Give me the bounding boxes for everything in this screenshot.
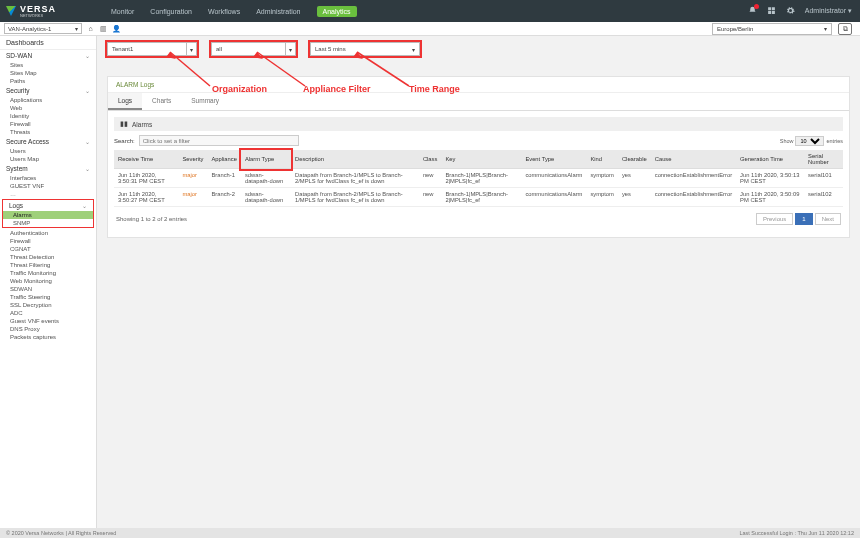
- anno-label-time: Time Range: [409, 84, 460, 94]
- sidebar-log-item[interactable]: ADC: [0, 309, 96, 317]
- table-cell: major: [178, 188, 207, 207]
- page-current[interactable]: 1: [795, 213, 812, 225]
- sidebar-log-item[interactable]: Authentication: [0, 229, 96, 237]
- export-icon[interactable]: ⧉: [838, 23, 852, 35]
- anno-arrow-app: [227, 52, 312, 92]
- grid-icon[interactable]: [767, 6, 776, 16]
- topnav-configuration[interactable]: Configuration: [150, 8, 192, 15]
- page-prev[interactable]: Previous: [756, 213, 793, 225]
- footer-login: Last Successful Login : Thu Jun 11 2020 …: [739, 530, 854, 536]
- sidebar-log-item[interactable]: CGNAT: [0, 245, 96, 253]
- col-header[interactable]: Generation Time: [736, 150, 804, 169]
- table-row[interactable]: Jun 11th 2020, 3:50:31 PM CESTmajorBranc…: [114, 169, 843, 188]
- brand-logo: VERSA NETWORKS: [0, 4, 97, 18]
- page-next[interactable]: Next: [815, 213, 841, 225]
- table-cell: sdwan-datapath-down: [241, 188, 291, 207]
- topnav-administration[interactable]: Administration: [256, 8, 300, 15]
- settings-icon[interactable]: [786, 6, 795, 16]
- notifications-icon[interactable]: [748, 6, 757, 16]
- svg-line-2: [257, 52, 305, 86]
- sidebar-group[interactable]: SD-WAN⌄: [0, 50, 96, 61]
- col-header[interactable]: Class: [419, 150, 442, 169]
- table-cell: Jun 11th 2020, 3:50:31 PM CEST: [114, 169, 178, 188]
- sidebar-log-item[interactable]: Firewall: [0, 237, 96, 245]
- table-cell: Jun 11th 2020, 3:50:13 PM CEST: [736, 169, 804, 188]
- topnav-analytics[interactable]: Analytics: [317, 6, 357, 17]
- tab-charts[interactable]: Charts: [142, 93, 181, 110]
- sidebar-item[interactable]: Sites Map: [0, 69, 96, 77]
- sidebar-title: Dashboards: [0, 36, 96, 50]
- brand-sub: NETWORKS: [20, 13, 56, 18]
- topnav-workflows[interactable]: Workflows: [208, 8, 240, 15]
- sidebar-group[interactable]: Security⌄: [0, 85, 96, 96]
- sidebar-log-item[interactable]: DNS Proxy: [0, 325, 96, 333]
- sidebar-log-item[interactable]: SSL Decryption: [0, 301, 96, 309]
- sidebar-item[interactable]: Firewall: [0, 120, 96, 128]
- sidebar-log-item[interactable]: Guest VNF events: [0, 317, 96, 325]
- table-cell: symptom: [586, 188, 618, 207]
- sidebar-item[interactable]: GUEST VNF: [0, 182, 96, 190]
- topnav-monitor[interactable]: Monitor: [111, 8, 134, 15]
- col-header[interactable]: Receive Time: [114, 150, 178, 169]
- anno-arrow-org: [130, 52, 215, 92]
- tenant-select[interactable]: VAN-Analytics-1▾: [4, 23, 82, 34]
- sidebar-log-item[interactable]: SDWAN: [0, 285, 96, 293]
- sidebar-item[interactable]: Users Map: [0, 155, 96, 163]
- col-header[interactable]: Serial Number: [804, 150, 843, 169]
- col-header[interactable]: Event Type: [521, 150, 586, 169]
- user-menu[interactable]: Administrator ▾: [805, 7, 852, 15]
- sidebar-item[interactable]: Users: [0, 147, 96, 155]
- table-row[interactable]: Jun 11th 2020, 3:50:27 PM CESTmajorBranc…: [114, 188, 843, 207]
- table-count: Showing 1 to 2 of 2 entries: [116, 216, 187, 222]
- table-cell: Jun 11th 2020, 3:50:27 PM CEST: [114, 188, 178, 207]
- home-icon[interactable]: ⌂: [86, 24, 95, 33]
- timezone-select[interactable]: Europe/Berlin▾: [712, 23, 832, 35]
- col-header[interactable]: Appliance: [207, 150, 240, 169]
- sidebar-log-item[interactable]: Threat Filtering: [0, 261, 96, 269]
- col-header[interactable]: Severity: [178, 150, 207, 169]
- sidebar-group-logs[interactable]: Logs⌄: [3, 200, 93, 211]
- entries-select[interactable]: 10: [795, 136, 824, 146]
- col-header[interactable]: Cause: [651, 150, 736, 169]
- search-input[interactable]: [139, 135, 299, 146]
- sidebar-item[interactable]: …: [0, 190, 96, 198]
- header-right: Administrator ▾: [748, 6, 860, 16]
- sidebar-item[interactable]: Applications: [0, 96, 96, 104]
- table-cell: Branch-1: [207, 169, 240, 188]
- sidebar-item[interactable]: Sites: [0, 61, 96, 69]
- sidebar-logs-highlight: Logs⌄ AlarmsSNMP: [2, 199, 94, 228]
- col-header[interactable]: Key: [441, 150, 521, 169]
- sidebar-log-item[interactable]: Traffic Monitoring: [0, 269, 96, 277]
- sidebar-log-item[interactable]: Threat Detection: [0, 253, 96, 261]
- sidebar-log-item[interactable]: Alarms: [3, 211, 93, 219]
- sidebar-item[interactable]: Identity: [0, 112, 96, 120]
- tab-logs[interactable]: Logs: [108, 93, 142, 110]
- col-header[interactable]: Alarm Type: [241, 150, 291, 169]
- sidebar-group[interactable]: Secure Access⌄: [0, 136, 96, 147]
- sidebar-log-item[interactable]: Web Monitoring: [0, 277, 96, 285]
- content-area: Tenant1 ▾ all ▾ Last 5 mins▾ Organizatio…: [97, 36, 860, 528]
- col-header[interactable]: Description: [291, 150, 419, 169]
- sidebar-item[interactable]: Paths: [0, 77, 96, 85]
- alarms-table: Receive TimeSeverityApplianceAlarm TypeD…: [114, 150, 843, 207]
- sidebar-log-item[interactable]: Traffic Steering: [0, 293, 96, 301]
- sidebar-log-item[interactable]: Packets captures: [0, 333, 96, 341]
- footer: © 2020 Versa Networks | All Rights Reser…: [0, 528, 860, 538]
- user-icon[interactable]: 👤: [112, 24, 121, 33]
- col-header[interactable]: Clearable: [618, 150, 651, 169]
- tab-summary[interactable]: Summary: [181, 93, 229, 110]
- table-cell: sdwan-datapath-down: [241, 169, 291, 188]
- col-header[interactable]: Kind: [586, 150, 618, 169]
- table-cell: yes: [618, 188, 651, 207]
- anno-arrow-time: [327, 52, 417, 92]
- sidebar-item[interactable]: Threats: [0, 128, 96, 136]
- filter-row: Tenant1 ▾ all ▾ Last 5 mins▾: [107, 42, 850, 56]
- sidebar-item[interactable]: Interfaces: [0, 174, 96, 182]
- svg-line-4: [357, 52, 409, 86]
- entries-selector: Show 10 entries: [780, 136, 843, 146]
- sidebar-group[interactable]: System⌄: [0, 163, 96, 174]
- sidebar-log-item[interactable]: SNMP: [3, 219, 93, 227]
- sidebar: Dashboards SD-WAN⌄SitesSites MapPathsSec…: [0, 36, 97, 528]
- sidebar-item[interactable]: Web: [0, 104, 96, 112]
- columns-icon[interactable]: ▥: [99, 24, 108, 33]
